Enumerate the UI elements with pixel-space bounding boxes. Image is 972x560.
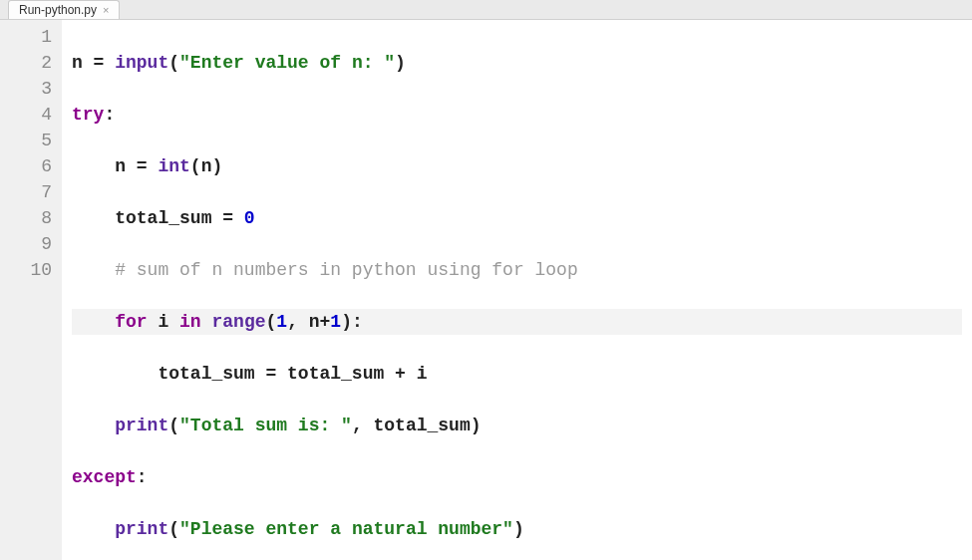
code-line: print("Total sum is: ", total_sum) (72, 413, 962, 438)
close-icon[interactable]: × (103, 5, 109, 16)
editor-tab[interactable]: Run-python.py × (8, 0, 120, 19)
editor-tab-bar: Run-python.py × (0, 0, 972, 20)
line-number: 2 (4, 50, 52, 76)
code-line: n = int(n) (72, 153, 962, 179)
line-number: 6 (4, 153, 52, 179)
line-number: 1 (4, 24, 52, 50)
code-line-highlighted: for i in range(1, n+1): (72, 309, 962, 335)
line-number: 7 (4, 179, 52, 205)
line-number: 8 (4, 205, 52, 231)
code-line: # sum of n numbers in python using for l… (72, 257, 962, 283)
code-line: n = input("Enter value of n: ") (72, 50, 962, 76)
code-line: except: (72, 464, 962, 490)
editor-pane: 1 2 3 4 5 6 7 8 9 10 n = input("Enter va… (0, 20, 972, 560)
line-number: 10 (4, 257, 52, 283)
code-line: total_sum = total_sum + i (72, 361, 962, 387)
editor-tab-title: Run-python.py (19, 3, 97, 17)
line-number: 5 (4, 128, 52, 153)
code-line: try: (72, 102, 962, 128)
code-editor[interactable]: n = input("Enter value of n: ") try: n =… (62, 20, 972, 560)
code-line: print("Please enter a natural number") (72, 516, 962, 542)
line-number: 3 (4, 76, 52, 102)
line-number: 9 (4, 231, 52, 257)
line-number: 4 (4, 102, 52, 128)
code-line: total_sum = 0 (72, 205, 962, 231)
line-gutter: 1 2 3 4 5 6 7 8 9 10 (0, 20, 62, 560)
